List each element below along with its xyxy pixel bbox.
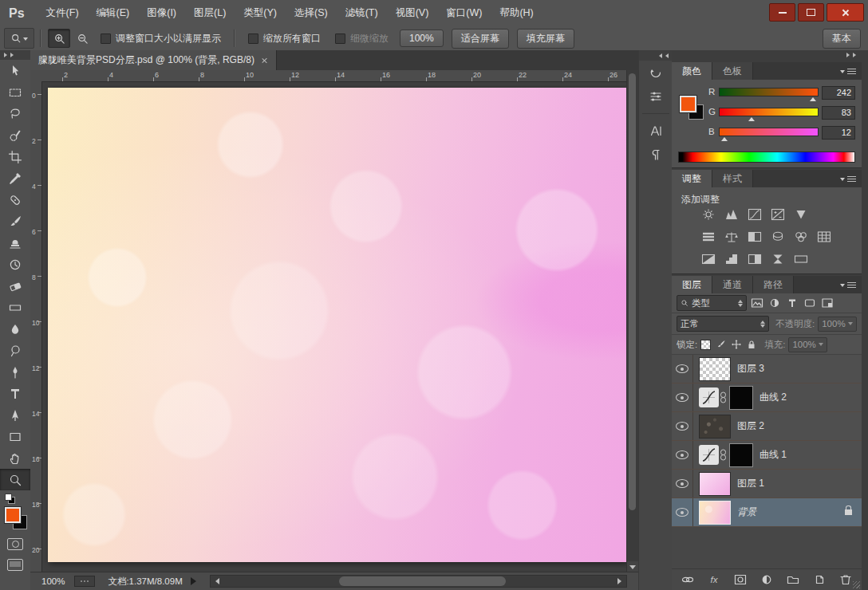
tool-rectangle-shape[interactable] [0, 426, 30, 447]
tool-rectangular-marquee[interactable] [0, 81, 30, 103]
selective-color-icon[interactable] [768, 251, 787, 267]
quick-mask-mode-button[interactable] [7, 538, 23, 550]
dock-collapse-icon[interactable] [846, 53, 858, 57]
panel-menu-button[interactable] [840, 276, 862, 293]
menu-item[interactable]: 帮助(H) [491, 0, 542, 26]
status-flyout-arrow-icon[interactable] [191, 577, 200, 585]
layer-thumbnail[interactable] [699, 357, 731, 381]
horizontal-scrollbar[interactable] [210, 575, 627, 588]
tool-eyedropper[interactable] [0, 167, 30, 189]
new-adjustment-layer-button[interactable] [760, 573, 774, 586]
opacity-field[interactable]: 100% [818, 317, 856, 332]
document-tab[interactable]: 朦胧唯美背景PSD分层.psd @ 100% (背景, RGB/8) [30, 50, 277, 70]
filter-shape-layers-icon[interactable] [802, 296, 817, 310]
color-lookup-icon[interactable] [815, 229, 833, 245]
layer-row-2[interactable]: 图层 2 [672, 412, 862, 441]
layer-row-curves-1[interactable]: 曲线 1 [672, 441, 862, 470]
layer-visibility-toggle[interactable] [672, 384, 693, 411]
filter-pixel-layers-icon[interactable] [749, 296, 764, 310]
tool-brush[interactable] [0, 210, 30, 232]
layer-row-1[interactable]: 图层 1 [672, 470, 862, 498]
fit-screen-button[interactable]: 适合屏幕 [452, 29, 509, 49]
foreground-color-swatch[interactable] [5, 507, 21, 523]
red-value-field[interactable]: 242 [822, 86, 855, 100]
zoom-in-button[interactable] [48, 29, 70, 48]
curves-adjustment-thumbnail[interactable] [699, 445, 719, 465]
gradient-map-icon[interactable] [791, 251, 810, 267]
blue-slider-thumb[interactable] [721, 134, 728, 141]
maximize-button[interactable] [798, 3, 824, 22]
threshold-icon[interactable] [745, 251, 763, 267]
history-panel-icon[interactable] [639, 61, 673, 85]
tool-move[interactable] [0, 60, 30, 81]
tool-crop[interactable] [0, 146, 30, 167]
layer-name[interactable]: 背景 [737, 505, 756, 519]
filter-adjustment-layers-icon[interactable] [767, 296, 782, 310]
curves-adjustment-thumbnail[interactable] [699, 387, 719, 407]
layer-name[interactable]: 曲线 2 [760, 391, 787, 404]
layer-thumbnail[interactable] [699, 472, 731, 496]
layer-visibility-toggle[interactable] [672, 355, 693, 383]
tab-color[interactable]: 颜色 [672, 62, 712, 80]
menu-item[interactable]: 选择(S) [286, 0, 337, 26]
tool-hand[interactable] [0, 447, 30, 469]
menu-item[interactable]: 编辑(E) [88, 0, 139, 26]
layer-row-curves-2[interactable]: 曲线 2 [672, 384, 862, 412]
tab-channels[interactable]: 通道 [712, 276, 753, 293]
layer-name[interactable]: 图层 1 [737, 477, 764, 490]
add-layer-mask-button[interactable] [733, 573, 748, 586]
toolbar-collapse-bar[interactable] [0, 50, 30, 60]
layer-style-button[interactable]: fx [707, 573, 721, 586]
blend-mode-dropdown[interactable]: 正常 [677, 316, 769, 332]
ruler-vertical[interactable]: 02468101214161820 [30, 81, 42, 572]
layer-mask-thumbnail[interactable] [729, 386, 753, 410]
channel-mixer-icon[interactable] [791, 229, 810, 245]
tool-history-brush[interactable] [0, 254, 30, 275]
vibrance-icon[interactable] [791, 206, 810, 222]
character-panel-icon[interactable] [639, 119, 673, 143]
fill-screen-button[interactable]: 填充屏幕 [517, 29, 574, 49]
layer-visibility-toggle[interactable] [672, 470, 693, 498]
brightness-contrast-icon[interactable] [699, 206, 717, 222]
link-layers-button[interactable] [681, 573, 695, 586]
foreground-color-well[interactable] [680, 96, 696, 112]
tab-styles[interactable]: 样式 [712, 170, 753, 187]
menu-item[interactable]: 图层(L) [185, 0, 235, 26]
red-slider-thumb[interactable] [810, 94, 816, 101]
paragraph-panel-icon[interactable] [639, 143, 673, 167]
layer-name[interactable]: 图层 2 [737, 419, 764, 433]
tool-lasso[interactable] [0, 103, 30, 124]
dock-expand-bar[interactable] [639, 50, 673, 61]
blue-value-field[interactable]: 12 [822, 126, 855, 140]
canvas-image[interactable] [48, 88, 626, 562]
menu-item[interactable]: 窗口(W) [437, 0, 491, 26]
layer-visibility-toggle[interactable] [672, 498, 693, 526]
layer-name[interactable]: 图层 3 [737, 362, 764, 376]
resize-grip[interactable] [853, 581, 860, 588]
layer-name[interactable]: 曲线 1 [760, 448, 787, 462]
levels-icon[interactable] [722, 206, 740, 222]
blue-slider[interactable] [719, 128, 819, 136]
close-button[interactable] [827, 3, 864, 22]
color-balance-icon[interactable] [722, 229, 740, 245]
filter-smart-objects-icon[interactable] [819, 296, 834, 310]
menu-item[interactable]: 视图(V) [387, 0, 438, 26]
tab-close-icon[interactable] [262, 57, 268, 64]
layer-row-3[interactable]: 图层 3 [672, 355, 862, 384]
screen-mode-button[interactable] [7, 559, 23, 571]
tab-adjustments[interactable]: 调整 [672, 170, 712, 187]
filter-type-dropdown[interactable]: 类型 [677, 295, 747, 311]
green-value-field[interactable]: 83 [822, 106, 855, 120]
scroll-right-icon[interactable] [617, 578, 625, 584]
vertical-scrollbar-thumb[interactable] [629, 73, 636, 510]
minimize-button[interactable] [769, 3, 795, 22]
tool-clone-stamp[interactable] [0, 232, 30, 254]
zoom-all-windows-checkbox[interactable]: 缩放所有窗口 [248, 32, 321, 45]
new-group-button[interactable] [786, 573, 800, 586]
tool-path-selection[interactable] [0, 404, 30, 426]
tool-blur[interactable] [0, 318, 30, 340]
zoom-out-button[interactable] [72, 30, 93, 47]
posterize-icon[interactable] [722, 251, 740, 267]
green-slider[interactable] [719, 108, 819, 116]
status-mini-widget[interactable] [74, 576, 95, 587]
